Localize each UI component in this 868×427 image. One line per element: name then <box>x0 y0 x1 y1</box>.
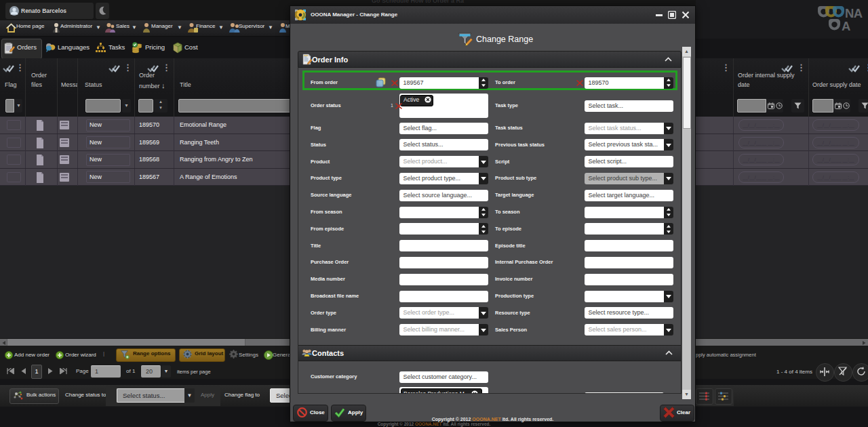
svg-text:NA: NA <box>845 6 863 20</box>
svg-text:A: A <box>842 19 850 32</box>
